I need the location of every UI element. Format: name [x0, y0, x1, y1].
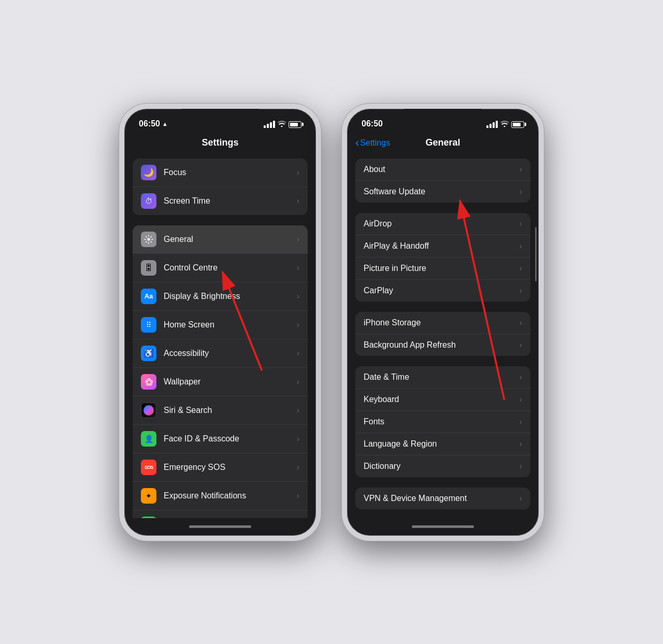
iphone-storage-chevron: › [520, 318, 522, 327]
background-refresh-label: Background App Refresh [364, 340, 520, 350]
notch [181, 109, 259, 124]
fonts-chevron: › [520, 417, 522, 426]
focus-chevron: › [297, 168, 299, 177]
item-keyboard[interactable]: Keyboard › [355, 389, 530, 411]
nav-title-right: General [425, 137, 460, 148]
focus-icon: 🌙 [141, 165, 156, 180]
home-indicator-right [412, 525, 474, 528]
item-homescreen[interactable]: ⠿ Home Screen › [133, 311, 308, 339]
siri-chevron: › [297, 406, 299, 415]
item-focus[interactable]: 🌙 Focus › [133, 159, 308, 187]
screen-right: About › Software Update › AirDrop › [347, 154, 539, 518]
item-iphone-storage[interactable]: iPhone Storage › [355, 312, 530, 334]
right-phone: 06:50 ‹ Se [342, 104, 544, 541]
keyboard-label: Keyboard [364, 395, 520, 404]
section-middle-left: General › 🎛 Control Centre › Aa Display … [133, 225, 308, 518]
dictionary-chevron: › [520, 462, 522, 471]
dictionary-label: Dictionary [364, 462, 520, 471]
about-label: About [364, 165, 520, 174]
item-wallpaper[interactable]: 🌸 Wallpaper › [133, 368, 308, 396]
item-airplay[interactable]: AirPlay & Handoff › [355, 235, 530, 257]
section-about: About › Software Update › [355, 159, 530, 203]
time-right: 06:50 [362, 119, 383, 128]
section-connectivity: AirDrop › AirPlay & Handoff › Picture in… [355, 213, 530, 302]
item-exposure[interactable]: ✦ Exposure Notifications › [133, 482, 308, 510]
item-language[interactable]: Language & Region › [355, 433, 530, 455]
item-datetime[interactable]: Date & Time › [355, 366, 530, 389]
back-button-right[interactable]: ‹ Settings [355, 137, 390, 149]
item-battery[interactable]: 🔋 Battery › [133, 510, 308, 518]
item-airdrop[interactable]: AirDrop › [355, 213, 530, 235]
exposure-icon: ✦ [141, 488, 156, 504]
software-update-chevron: › [520, 187, 522, 196]
focus-label: Focus [164, 168, 297, 177]
battery-icon-right [511, 121, 524, 128]
pip-label: Picture in Picture [364, 264, 520, 273]
carplay-label: CarPlay [364, 286, 520, 295]
item-pip[interactable]: Picture in Picture › [355, 257, 530, 280]
item-background-refresh[interactable]: Background App Refresh › [355, 334, 530, 356]
svg-point-0 [148, 238, 150, 240]
left-phone: 06:50 ▲ Sett [119, 104, 321, 541]
fonts-label: Fonts [364, 417, 520, 426]
item-display[interactable]: Aa Display & Brightness › [133, 282, 308, 311]
item-emergency[interactable]: SOS Emergency SOS › [133, 453, 308, 482]
control-icon: 🎛 [141, 260, 156, 276]
home-bar-right [347, 518, 539, 536]
left-phone-shell: 06:50 ▲ Sett [119, 104, 321, 541]
settings-list-right[interactable]: About › Software Update › AirDrop › [347, 154, 539, 518]
general-icon [141, 232, 156, 247]
airplay-label: AirPlay & Handoff [364, 241, 520, 251]
about-chevron: › [520, 165, 522, 174]
item-siri[interactable]: Siri & Search › [133, 396, 308, 425]
screen-left: 🌙 Focus › ⏱ Screen Time › [124, 154, 316, 518]
vpn-label: VPN & Device Management [364, 494, 520, 503]
status-icons-left [264, 121, 301, 128]
screentime-label: Screen Time [164, 196, 297, 206]
section-storage: iPhone Storage › Background App Refresh … [355, 312, 530, 356]
control-chevron: › [297, 263, 299, 273]
location-icon-left: ▲ [162, 121, 168, 127]
datetime-label: Date & Time [364, 373, 520, 382]
airdrop-label: AirDrop [364, 219, 520, 228]
item-about[interactable]: About › [355, 159, 530, 181]
emergency-chevron: › [297, 463, 299, 472]
battery-icon-left [289, 121, 301, 128]
item-carplay[interactable]: CarPlay › [355, 280, 530, 302]
faceid-icon: 👤 [141, 431, 156, 447]
status-icons-right [486, 121, 524, 128]
signal-left [264, 121, 275, 128]
item-faceid[interactable]: 👤 Face ID & Passcode › [133, 425, 308, 453]
airdrop-chevron: › [520, 219, 522, 228]
emergency-label: Emergency SOS [164, 463, 297, 472]
wallpaper-chevron: › [297, 377, 299, 387]
settings-list-left[interactable]: 🌙 Focus › ⏱ Screen Time › [124, 154, 316, 518]
battery-icon: 🔋 [141, 517, 156, 518]
item-control[interactable]: 🎛 Control Centre › [133, 254, 308, 282]
item-dictionary[interactable]: Dictionary › [355, 455, 530, 477]
general-label: General [164, 235, 297, 244]
item-general[interactable]: General › [133, 225, 308, 254]
software-update-label: Software Update [364, 187, 520, 196]
item-vpn[interactable]: VPN & Device Management › [355, 488, 530, 509]
item-fonts[interactable]: Fonts › [355, 411, 530, 433]
homescreen-icon: ⠿ [141, 317, 156, 333]
item-screentime[interactable]: ⏱ Screen Time › [133, 187, 308, 215]
background-refresh-chevron: › [520, 340, 522, 350]
item-software-update[interactable]: Software Update › [355, 181, 530, 203]
accessibility-icon: ♿ [141, 346, 156, 361]
right-phone-shell: 06:50 ‹ Se [342, 104, 544, 541]
iphone-storage-label: iPhone Storage [364, 318, 520, 327]
general-chevron: › [297, 235, 299, 244]
pip-chevron: › [520, 264, 522, 273]
homescreen-chevron: › [297, 320, 299, 330]
accessibility-label: Accessibility [164, 349, 297, 358]
item-accessibility[interactable]: ♿ Accessibility › [133, 339, 308, 368]
time-left: 06:50 [139, 119, 160, 128]
home-indicator-left [189, 525, 251, 528]
language-label: Language & Region [364, 439, 520, 449]
nav-title-left: Settings [201, 137, 238, 148]
siri-icon [141, 403, 156, 418]
datetime-chevron: › [520, 373, 522, 382]
carplay-chevron: › [520, 286, 522, 295]
